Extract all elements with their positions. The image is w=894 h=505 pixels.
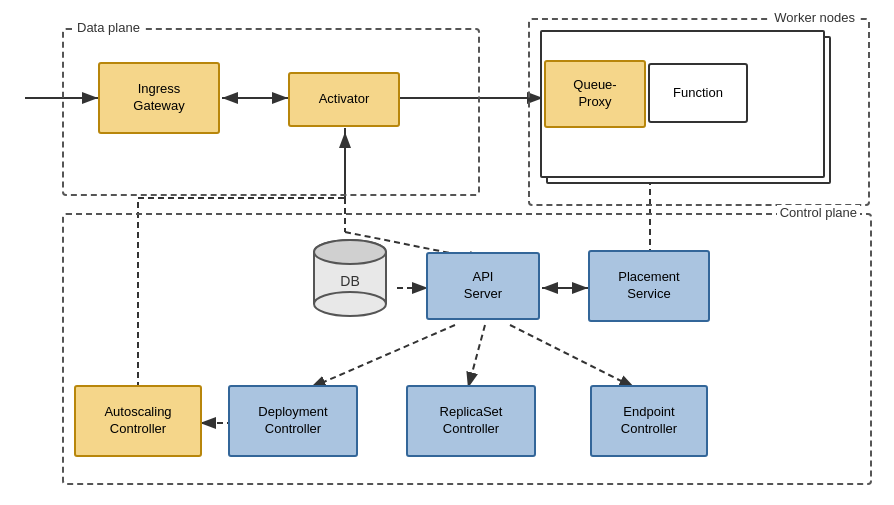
ingress-gateway-label: Ingress Gateway <box>133 81 184 115</box>
function-label: Function <box>673 85 723 102</box>
autoscaling-controller-box: Autoscaling Controller <box>74 385 202 457</box>
data-plane-label: Data plane <box>74 20 143 35</box>
function-box: Function <box>648 63 748 123</box>
api-server-label: API Server <box>464 269 502 303</box>
ingress-gateway-box: Ingress Gateway <box>98 62 220 134</box>
db-icon: DB <box>308 238 392 328</box>
autoscaling-controller-label: Autoscaling Controller <box>104 404 171 438</box>
replicaset-controller-box: ReplicaSet Controller <box>406 385 536 457</box>
placement-service-label: Placement Service <box>618 269 679 303</box>
api-server-box: API Server <box>426 252 540 320</box>
deployment-controller-box: Deployment Controller <box>228 385 358 457</box>
svg-text:DB: DB <box>340 273 359 289</box>
replicaset-controller-label: ReplicaSet Controller <box>440 404 503 438</box>
queue-proxy-label: Queue- Proxy <box>573 77 616 111</box>
svg-point-23 <box>314 240 386 264</box>
activator-box: Activator <box>288 72 400 127</box>
svg-point-22 <box>314 292 386 316</box>
worker-nodes-label: Worker nodes <box>771 10 858 25</box>
diagram: Data plane Worker nodes Control plane In… <box>0 0 894 505</box>
placement-service-box: Placement Service <box>588 250 710 322</box>
endpoint-controller-box: Endpoint Controller <box>590 385 708 457</box>
activator-label: Activator <box>319 91 370 108</box>
queue-proxy-box: Queue- Proxy <box>544 60 646 128</box>
deployment-controller-label: Deployment Controller <box>258 404 327 438</box>
db-box: DB <box>308 238 392 328</box>
control-plane-label: Control plane <box>777 205 860 220</box>
endpoint-controller-label: Endpoint Controller <box>621 404 677 438</box>
